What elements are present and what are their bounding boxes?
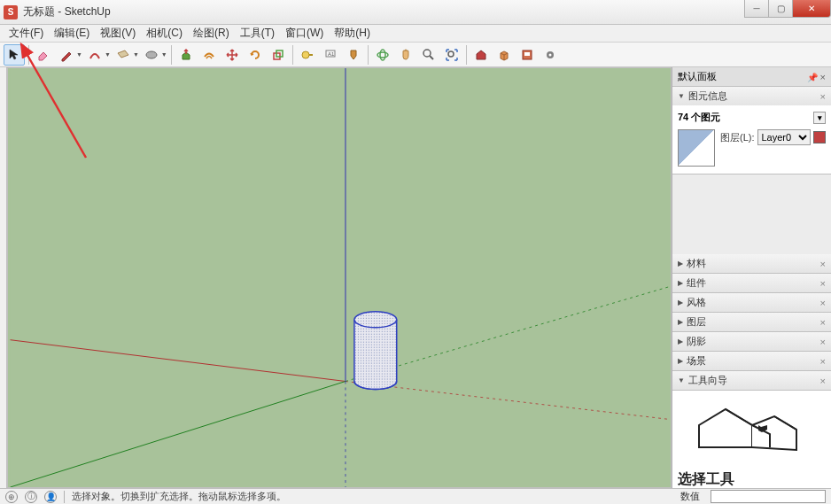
- hand-icon: [399, 48, 413, 62]
- pushpull-tool[interactable]: [175, 44, 197, 66]
- close-icon[interactable]: ×: [820, 278, 826, 289]
- close-icon[interactable]: ×: [820, 298, 826, 308]
- close-icon[interactable]: ×: [820, 72, 826, 82]
- orbit-tool[interactable]: [372, 44, 393, 66]
- zoom-tool[interactable]: [418, 44, 439, 66]
- viewport-wrap: [7, 67, 672, 488]
- layer-color-swatch[interactable]: [813, 131, 826, 143]
- close-icon[interactable]: ×: [820, 337, 826, 347]
- pan-tool[interactable]: [395, 44, 416, 66]
- eraser-tool[interactable]: [33, 44, 54, 66]
- svg-point-9: [448, 51, 454, 57]
- status-hint: 选择对象。切换到扩充选择。拖动鼠标选择多项。: [72, 490, 286, 503]
- layout-tool[interactable]: [516, 44, 538, 66]
- paint-icon: [346, 48, 361, 62]
- separator: [64, 491, 65, 503]
- measure-input[interactable]: [711, 490, 826, 503]
- menu-tools[interactable]: 工具(T): [235, 24, 280, 43]
- line-tool[interactable]: [56, 44, 77, 66]
- close-icon[interactable]: ×: [820, 376, 826, 386]
- text-icon: A1: [323, 48, 338, 62]
- layer-select[interactable]: Layer0: [757, 129, 812, 145]
- tape-tool[interactable]: [297, 44, 318, 66]
- measure-label: 数值: [680, 490, 700, 503]
- text-tool[interactable]: A1: [320, 44, 341, 66]
- section-label: 图层: [687, 315, 706, 329]
- section-instructor-head[interactable]: ▼工具向导×: [672, 371, 831, 390]
- extension-manager-tool[interactable]: [540, 44, 561, 66]
- close-button[interactable]: ✕: [792, 0, 831, 18]
- paint-tool[interactable]: [343, 44, 364, 66]
- minimize-button[interactable]: ─: [744, 0, 769, 18]
- separator: [368, 45, 369, 65]
- menu-file[interactable]: 文件(F): [4, 24, 49, 43]
- svg-point-6: [377, 52, 388, 58]
- separator: [292, 45, 293, 65]
- svg-point-3: [302, 51, 309, 58]
- signin-icon[interactable]: 👤: [44, 491, 57, 503]
- maximize-button[interactable]: ▢: [768, 0, 793, 18]
- menu-window[interactable]: 窗口(W): [280, 24, 329, 43]
- zoom-extents-icon: [445, 48, 459, 62]
- rectangle-tool[interactable]: [113, 44, 134, 66]
- menu-view[interactable]: 视图(V): [95, 24, 141, 43]
- svg-point-0: [146, 51, 157, 58]
- section-scenes-head[interactable]: ▶场景×: [672, 352, 831, 370]
- menu-draw[interactable]: 绘图(R): [188, 24, 235, 43]
- svg-point-8: [423, 50, 431, 57]
- svg-point-7: [380, 50, 385, 60]
- menu-edit[interactable]: 编辑(E): [49, 24, 95, 43]
- close-icon[interactable]: ×: [820, 356, 826, 367]
- window-title: 无标题 - SketchUp: [23, 4, 111, 19]
- section-entity-info: ▼图元信息 × 74 个图元 ▾ 图层(L): Layer0: [672, 87, 831, 174]
- extension-tool[interactable]: [493, 44, 515, 66]
- line-tool-group[interactable]: ▼: [56, 44, 82, 66]
- menu-camera[interactable]: 相机(C): [141, 24, 188, 43]
- arc-tool-group[interactable]: ▼: [84, 44, 111, 66]
- arc-tool[interactable]: [84, 44, 105, 66]
- credits-icon[interactable]: ⓘ: [25, 491, 37, 503]
- arc-icon: [88, 48, 102, 62]
- menu-help[interactable]: 帮助(H): [329, 24, 376, 43]
- cursor-icon: [8, 49, 20, 61]
- circle-icon: [144, 48, 159, 62]
- chevron-down-icon: ▼: [678, 376, 685, 384]
- section-components-head[interactable]: ▶组件×: [672, 274, 831, 292]
- shape-tool-group[interactable]: ▼: [113, 44, 139, 66]
- offset-tool[interactable]: [198, 44, 220, 66]
- svg-rect-11: [524, 52, 530, 56]
- section-shadows-head[interactable]: ▶阴影×: [672, 332, 831, 351]
- main-area: 默认面板 📌 × ▼图元信息 × 74 个图元 ▾: [0, 67, 831, 488]
- svg-point-23: [354, 312, 397, 328]
- section-layers-head[interactable]: ▶图层×: [672, 313, 831, 331]
- close-icon[interactable]: ×: [820, 91, 826, 102]
- statusbar: ⊕ ⓘ 👤 选择对象。切换到扩充选择。拖动鼠标选择多项。 数值: [0, 488, 831, 504]
- section-materials-head[interactable]: ▶材料×: [672, 254, 831, 273]
- select-tool[interactable]: [4, 44, 25, 66]
- close-icon[interactable]: ×: [820, 317, 826, 328]
- instructor-body: 选择工具 在使用其他工具或命令时，选择要修改的图元。 工具操作 1. 点击图元。…: [672, 391, 831, 488]
- pin-icon[interactable]: 📌: [807, 73, 818, 82]
- rotate-tool[interactable]: [245, 44, 266, 66]
- pencil-icon: [59, 48, 74, 62]
- collapsed-sections: ▶材料× ▶组件× ▶风格× ▶图层× ▶阴影× ▶场景× ▼工具向导×: [672, 254, 831, 391]
- geo-icon[interactable]: ⊕: [5, 491, 18, 503]
- close-icon[interactable]: ×: [820, 259, 826, 269]
- viewport[interactable]: [8, 68, 671, 487]
- section-entity-info-head[interactable]: ▼图元信息 ×: [672, 87, 831, 105]
- section-label: 材料: [687, 257, 706, 270]
- zoom-extents-tool[interactable]: [441, 44, 462, 66]
- cylinder-object[interactable]: [354, 312, 397, 390]
- offset-icon: [202, 48, 216, 62]
- scale-tool[interactable]: [268, 44, 289, 66]
- separator: [28, 45, 29, 65]
- material-thumbnail[interactable]: [678, 129, 715, 167]
- details-button[interactable]: ▾: [813, 112, 826, 124]
- move-tool[interactable]: [221, 44, 243, 66]
- chevron-right-icon: ▶: [678, 318, 683, 326]
- rotate-icon: [248, 48, 262, 62]
- circle-tool-group[interactable]: ▼: [141, 44, 167, 66]
- section-styles-head[interactable]: ▶风格×: [672, 293, 831, 312]
- warehouse-tool[interactable]: [470, 44, 492, 66]
- circle-tool[interactable]: [141, 44, 162, 66]
